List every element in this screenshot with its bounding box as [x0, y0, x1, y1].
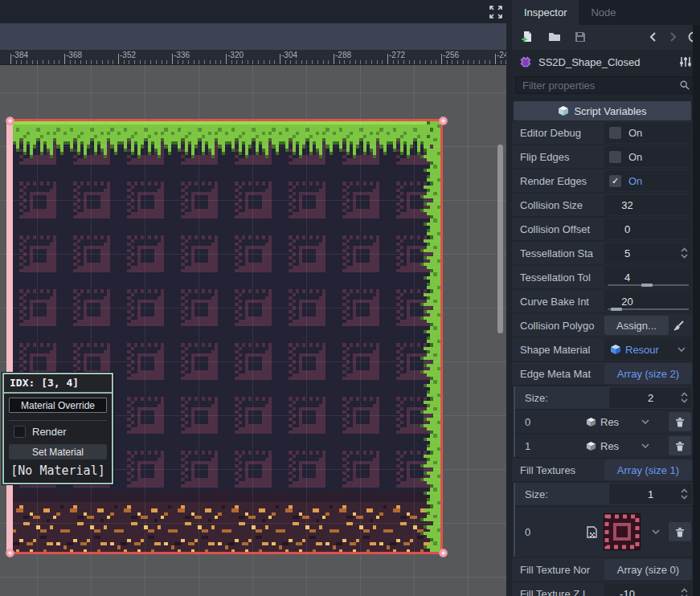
script-variables-header[interactable]: Script Variables — [514, 101, 691, 120]
shape-edge-left-selected[interactable] — [6, 121, 13, 552]
array-size-row: Size: 1 — [515, 483, 693, 505]
search-icon — [679, 80, 690, 91]
property-flip-edges: Flip Edges On — [512, 145, 693, 168]
property-render-edges: Render Edges ✓ On — [512, 169, 693, 192]
curve-bake-interval-slider[interactable]: 20 — [604, 291, 692, 312]
checkbox-unchecked[interactable] — [609, 127, 621, 139]
delete-item-button[interactable] — [669, 522, 691, 541]
godot-editor: -384 -368 -352 -336 -320 -304 -288 -272 … — [0, 0, 700, 596]
chevron-down-icon — [677, 347, 686, 352]
collision-tool-button[interactable] — [669, 316, 687, 334]
render-checkbox[interactable] — [14, 426, 26, 438]
render-edges-checkbox[interactable]: ✓ On — [604, 170, 692, 191]
ruler-label: -304 — [281, 51, 297, 59]
brush-icon — [673, 320, 685, 332]
chevron-down-icon[interactable] — [652, 529, 660, 534]
grass-right-edge-texture — [419, 121, 440, 552]
property-fill-textures: Fill Textures Array (size 1) — [512, 459, 693, 481]
material-override-button[interactable]: Material Override — [9, 398, 107, 413]
shape-edge-right[interactable] — [440, 121, 443, 552]
shape-edge-top[interactable] — [10, 119, 443, 121]
trash-icon — [675, 527, 685, 537]
slider-grabber[interactable] — [641, 284, 653, 287]
ruler-label: -352 — [120, 51, 136, 59]
chevron-down-icon[interactable] — [641, 419, 649, 424]
property-edge-meta-materials: Edge Meta Mat Array (size 2) — [512, 362, 693, 385]
property-tessellation-tolerance: Tessellation Tol 4 — [512, 266, 693, 288]
property-tessellation-stages: Tessellation Sta 5 — [512, 242, 693, 264]
viewport-topbar — [0, 0, 512, 23]
fill-texture-z-index-spinner[interactable]: -10 — [604, 583, 692, 596]
editor-debug-checkbox[interactable]: On — [604, 122, 692, 143]
set-material-button[interactable]: Set Material — [9, 444, 107, 459]
collision-size-field[interactable]: 32 — [604, 194, 692, 215]
tessellation-tolerance-slider[interactable]: 4 — [604, 267, 692, 288]
panel-divider — [506, 23, 512, 596]
ruler-label: -384 — [12, 51, 28, 59]
shape-material-resource-picker[interactable]: Resour — [604, 339, 692, 360]
shape-point-bottom-right[interactable] — [439, 549, 448, 557]
edit-texture-icon[interactable] — [586, 526, 597, 538]
delete-item-button[interactable] — [669, 412, 691, 431]
array-size-spinner[interactable]: 1 — [609, 484, 692, 504]
inspector-toolbar — [512, 25, 700, 50]
slider-grabber[interactable] — [611, 308, 622, 311]
property-shape-material: Shape Material Resour — [512, 338, 693, 361]
edge-index-label: IDX: [3, 4] — [4, 374, 112, 394]
expand-viewport-icon[interactable] — [489, 5, 503, 19]
spinner-updown-icon[interactable] — [681, 488, 688, 500]
history-forward-icon[interactable] — [668, 31, 677, 43]
inspector-dock: Inspector Node — [512, 0, 700, 596]
checkbox-checked[interactable]: ✓ — [609, 175, 621, 187]
tab-node[interactable]: Node — [579, 0, 628, 25]
filter-row — [512, 74, 700, 98]
load-resource-icon[interactable] — [548, 31, 561, 43]
node-name: SS2D_Shape_Closed — [538, 56, 640, 68]
delete-item-button[interactable] — [669, 436, 691, 455]
shape-point-top-right[interactable] — [439, 116, 448, 125]
render-label: Render — [32, 426, 67, 438]
shape-point-top-left[interactable] — [6, 116, 14, 125]
history-back-icon[interactable] — [649, 31, 658, 43]
resource-dropdown[interactable]: Res — [586, 440, 619, 452]
viewport-toolbar — [0, 23, 506, 50]
filter-properties-input[interactable] — [515, 76, 696, 94]
no-material-label: [No Material] — [9, 463, 107, 478]
spinner-updown-icon[interactable] — [681, 392, 688, 403]
viewport-vertical-scrollbar[interactable] — [497, 145, 503, 333]
collision-offset-field[interactable]: 0 — [604, 218, 692, 239]
fill-texture-normals-array-link[interactable]: Array (size 0) — [604, 559, 692, 580]
property-curve-bake-interval: Curve Bake Int 20 — [512, 290, 693, 312]
spinner-updown-icon[interactable] — [681, 588, 688, 596]
resource-icon — [610, 344, 621, 355]
edge-meta-materials-array-link[interactable]: Array (size 2) — [604, 363, 692, 384]
ruler-label: -240 — [497, 51, 506, 59]
save-resource-icon[interactable] — [574, 31, 587, 43]
shape-edge-bottom[interactable] — [10, 552, 443, 554]
flip-edges-checkbox[interactable]: On — [604, 146, 692, 167]
edge-material-popup: IDX: [3, 4] Material Override Render Set… — [2, 373, 113, 484]
dirt-band-texture — [13, 502, 440, 552]
fill-texture-thumbnail[interactable] — [604, 513, 641, 550]
trash-icon — [675, 417, 685, 427]
canvas-viewport[interactable]: -384 -368 -352 -336 -320 -304 -288 -272 … — [0, 0, 512, 596]
property-fill-texture-z-index: Fill Texture Z I -10 — [512, 582, 693, 596]
assign-button[interactable]: Assign... — [604, 316, 669, 335]
array-size-spinner[interactable]: 2 — [609, 387, 692, 408]
ruler-label: -288 — [335, 51, 351, 59]
chevron-down-icon[interactable] — [641, 443, 649, 448]
spinner-updown-icon[interactable] — [681, 247, 688, 259]
checkbox-unchecked[interactable] — [609, 151, 621, 163]
canvas-area[interactable]: IDX: [3, 4] Material Override Render Set… — [0, 64, 506, 596]
fill-textures-array-link[interactable]: Array (size 1) — [604, 459, 692, 480]
new-resource-icon[interactable] — [521, 31, 534, 44]
ruler-label: -368 — [66, 51, 82, 59]
tessellation-stages-spinner[interactable]: 5 — [604, 243, 692, 263]
ruler-label: -320 — [227, 51, 244, 59]
extra-options-icon[interactable] — [679, 55, 692, 68]
inspector-scrollbar[interactable] — [693, 25, 700, 596]
resource-dropdown[interactable]: Res — [586, 416, 619, 428]
shape-point-bottom-left[interactable] — [6, 549, 14, 557]
ruler-label: -336 — [174, 51, 190, 59]
tab-inspector[interactable]: Inspector — [512, 0, 579, 25]
